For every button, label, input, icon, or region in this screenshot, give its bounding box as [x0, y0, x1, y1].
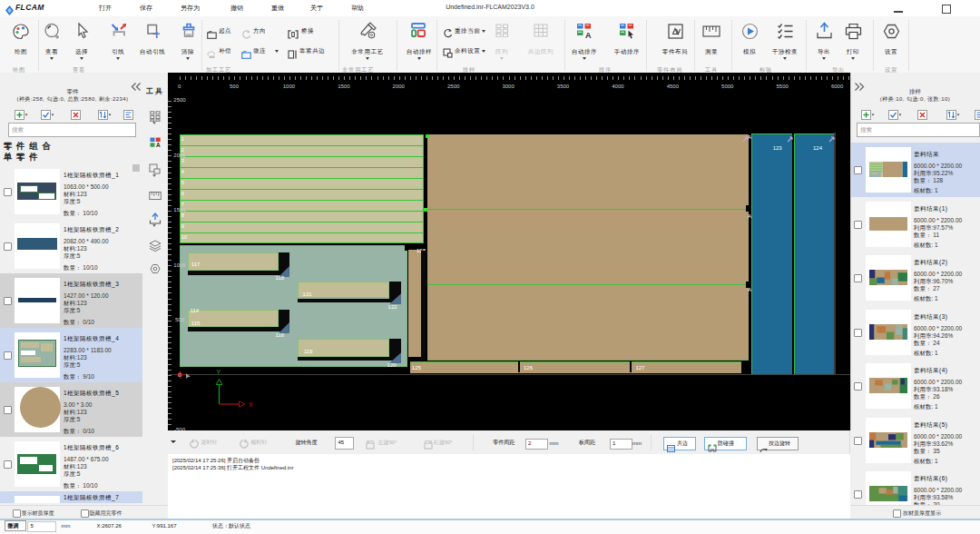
- svg-text:Y: Y: [217, 369, 221, 375]
- svg-text:A: A: [585, 31, 592, 40]
- svg-text:X: X: [249, 401, 253, 408]
- svg-text:A: A: [156, 142, 161, 148]
